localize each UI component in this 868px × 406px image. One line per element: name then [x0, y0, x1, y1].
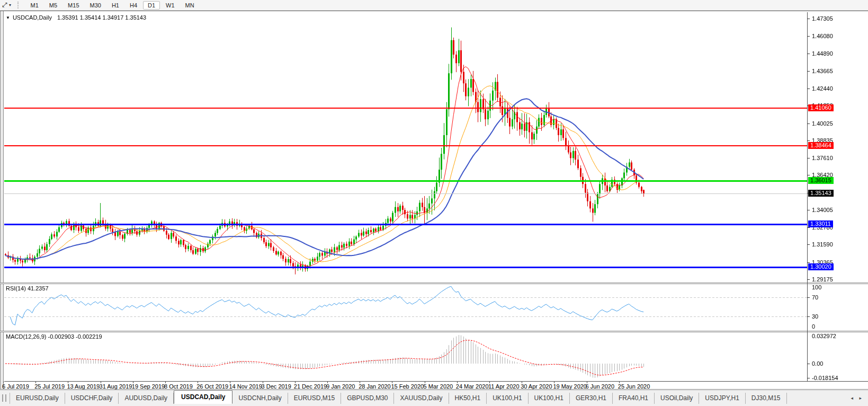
- chart-tab-gbpusd-m30[interactable]: GBPUSD,M30: [341, 393, 394, 404]
- chart-tab-uk100-h1[interactable]: UK100,H1: [487, 393, 528, 404]
- date-label: 15 Feb 2020: [391, 383, 424, 390]
- price-tick-mark: [807, 19, 810, 19]
- chart-tab-audusd-daily[interactable]: AUDUSD,Daily: [119, 393, 174, 404]
- macd-indicator-label: MACD(12,26,9) -0.002903 -0.002219: [6, 333, 102, 340]
- tab-scroll-left-icon[interactable]: ◂: [851, 395, 853, 401]
- current-price-line: [4, 193, 807, 194]
- dropdown-arrow-icon: ▼: [8, 3, 12, 7]
- chart-tab-dj30-m15[interactable]: DJ30,M15: [746, 393, 787, 404]
- chart-menu-icon[interactable]: ▼: [6, 15, 10, 20]
- price-tick-label: 1.46080: [812, 33, 833, 39]
- timeframe-button-h1[interactable]: H1: [107, 1, 124, 10]
- chart-tabbar: EURUSD,DailyUSDCHF,DailyAUDUSD,DailyUSDC…: [0, 390, 868, 406]
- price-tick-mark: [807, 175, 810, 175]
- chart-tab-usdjpy-h1[interactable]: USDJPY,H1: [699, 393, 745, 404]
- date-label: 19 Sep 2019: [132, 383, 165, 390]
- chart-tab-usdcnh-daily[interactable]: USDCNH,Daily: [232, 393, 288, 404]
- price-tick-mark: [807, 227, 810, 228]
- rsi-tick-label: 100: [812, 284, 821, 290]
- price-level-line[interactable]: [4, 108, 807, 109]
- rsi-tick-mark: [807, 316, 810, 317]
- price-tick-mark: [807, 71, 810, 72]
- date-label: 9 Jan 2020: [326, 383, 355, 390]
- price-tick-label: 1.43665: [812, 68, 833, 74]
- price-tick-mark: [807, 123, 810, 124]
- timeframe-button-w1[interactable]: W1: [161, 1, 180, 10]
- date-label: 26 Oct 2019: [196, 383, 228, 390]
- price-tick-label: 1.31590: [812, 241, 833, 248]
- chart-tab-uk100-h1[interactable]: UK100,H1: [529, 393, 570, 404]
- tabbar-grip: [2, 394, 6, 402]
- timeframe-button-m5[interactable]: M5: [44, 1, 62, 10]
- timeframe-toolbar: M1M5M15M30H1H4D1W1MN: [25, 0, 200, 10]
- timeframe-button-m30[interactable]: M30: [85, 1, 106, 10]
- chart-tab-usdcad-daily[interactable]: USDCAD,Daily: [174, 390, 232, 404]
- chart-ohlc-values: 1.35391 1.35414 1.34917 1.35143: [57, 14, 146, 21]
- date-label: 3 Dec 2019: [262, 383, 291, 390]
- chart-tab-eurusd-m15[interactable]: EURUSD,M15: [288, 393, 341, 404]
- toolbar-grip: [17, 2, 21, 8]
- timeframe-button-d1[interactable]: D1: [143, 1, 160, 10]
- price-tick-mark: [807, 262, 810, 263]
- date-label: 24 Mar 2020: [456, 383, 489, 390]
- rsi-pane-canvas[interactable]: [4, 284, 807, 331]
- chart-tab-eurusd-daily[interactable]: EURUSD,Daily: [10, 393, 65, 404]
- price-level-label: 1.30020: [808, 263, 834, 270]
- price-tick-label: 1.47305: [812, 15, 833, 22]
- chart-tab-ger30-h1[interactable]: GER30,H1: [570, 393, 613, 404]
- price-tick-label: 1.37610: [812, 155, 833, 161]
- price-tick-label: 1.42440: [812, 85, 833, 92]
- current-price-label: 1.35143: [808, 190, 834, 197]
- price-chart-canvas[interactable]: [4, 12, 807, 283]
- chart-tabs: EURUSD,DailyUSDCHF,DailyAUDUSD,DailyUSDC…: [10, 392, 787, 404]
- rsi-indicator-label: RSI(14) 41.2357: [6, 285, 49, 292]
- price-tick-mark: [807, 210, 810, 210]
- date-label: 5 Mar 2020: [424, 383, 453, 390]
- pane-separator-macd[interactable]: [0, 331, 868, 332]
- price-tick-mark: [807, 54, 810, 54]
- date-label: 14 Nov 2019: [229, 383, 262, 390]
- date-label: 25 Jul 2019: [34, 383, 65, 390]
- date-label: 25 Jun 2020: [618, 383, 650, 390]
- date-label: 19 May 2020: [553, 383, 587, 390]
- price-level-line[interactable]: [4, 267, 807, 268]
- chart-title: ▼USDCAD,Daily1.35391 1.35414 1.34917 1.3…: [6, 14, 146, 21]
- left-splitter[interactable]: [0, 11, 4, 389]
- cursor-tool-button[interactable]: ⤢ ▼: [0, 1, 14, 10]
- price-tick-mark: [807, 89, 810, 89]
- tab-scroll-right-icon[interactable]: ▸: [859, 395, 862, 401]
- price-level-label: 1.36015: [808, 177, 834, 184]
- price-tick-label: 1.29175: [812, 276, 833, 283]
- pane-separator-rsi[interactable]: [0, 283, 868, 284]
- price-tick-label: 1.34005: [812, 207, 833, 213]
- date-label: 31 Aug 2019: [100, 383, 132, 390]
- rsi-tick-label: 70: [812, 294, 818, 301]
- price-level-line[interactable]: [4, 145, 807, 146]
- timeframe-button-h4[interactable]: H4: [125, 1, 142, 10]
- price-level-line[interactable]: [4, 180, 807, 182]
- chart-tab-usdchf-daily[interactable]: USDCHF,Daily: [65, 393, 119, 404]
- date-label: 6 Jun 2020: [586, 383, 614, 390]
- macd-tick-mark: [807, 378, 810, 378]
- cursor-tool-icon: ⤢: [2, 1, 7, 10]
- timeframe-button-m15[interactable]: M15: [63, 1, 84, 10]
- date-label: 6 Jul 2019: [2, 383, 29, 390]
- chart-tab-usoil-daily[interactable]: USOil,Daily: [655, 393, 699, 404]
- price-level-line[interactable]: [4, 224, 807, 225]
- chart-tab-xauusd-daily[interactable]: XAUUSD,Daily: [394, 393, 449, 404]
- timeframe-button-mn[interactable]: MN: [181, 1, 199, 10]
- chart-symbol-period: USDCAD,Daily: [13, 14, 52, 21]
- macd-tick-label: 0.00: [812, 360, 823, 367]
- chart-tab-fra40-h1[interactable]: FRA40,H1: [613, 393, 655, 404]
- macd-tick-label: 0.032972: [812, 333, 836, 339]
- date-label: 21 Dec 2019: [294, 383, 327, 390]
- price-tick-label: 1.40025: [812, 120, 833, 127]
- chart-tab-hk50-h1[interactable]: HK50,H1: [449, 393, 487, 404]
- top-toolbar: ⤢ ▼ M1M5M15M30H1H4D1W1MN: [0, 0, 868, 11]
- time-axis-line: [4, 381, 868, 382]
- timeframe-button-m1[interactable]: M1: [26, 1, 43, 10]
- macd-pane-canvas[interactable]: [4, 332, 807, 381]
- chart-window: ▼USDCAD,Daily1.35391 1.35414 1.34917 1.3…: [0, 11, 868, 390]
- tab-scroll-arrows: ◂ ▸: [846, 395, 862, 401]
- date-label: 13 Aug 2019: [67, 383, 100, 390]
